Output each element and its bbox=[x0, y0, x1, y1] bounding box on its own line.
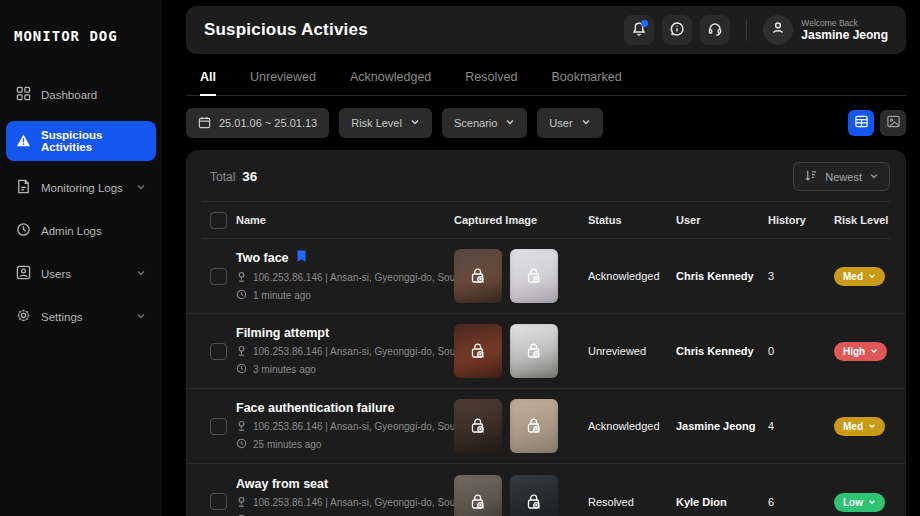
sidebar-item-users[interactable]: Users bbox=[6, 257, 156, 290]
support-button[interactable] bbox=[700, 15, 730, 45]
tab-unreviewed[interactable]: Unreviewed bbox=[250, 70, 316, 95]
user-cell: Chris Kennedy bbox=[676, 345, 768, 357]
person-icon bbox=[770, 20, 786, 40]
captured-thumb[interactable] bbox=[510, 475, 558, 516]
captured-thumb[interactable] bbox=[510, 324, 558, 378]
tab-all[interactable]: All bbox=[200, 70, 216, 95]
captured-images bbox=[454, 249, 588, 303]
table-row[interactable]: Face authentication failure 106.253.86.1… bbox=[186, 389, 906, 464]
row-checkbox[interactable] bbox=[210, 343, 227, 360]
name-cell: Two face 106.253.86.146 | Ansan-si, Gyeo… bbox=[236, 250, 454, 302]
risk-badge[interactable]: Low bbox=[834, 493, 885, 512]
sidebar-item-suspicious-activities[interactable]: Suspicious Activities bbox=[6, 121, 156, 161]
ip-location-icon bbox=[236, 345, 247, 358]
sidebar-item-admin-logs[interactable]: Admin Logs bbox=[6, 214, 156, 247]
tab-bookmarked[interactable]: Bookmarked bbox=[551, 70, 621, 95]
risk-badge[interactable]: High bbox=[834, 342, 887, 361]
sidebar-item-label: Monitoring Logs bbox=[41, 182, 126, 194]
risk-level-label: Risk Level bbox=[351, 117, 402, 129]
chevron-down-icon bbox=[869, 171, 879, 183]
info-icon bbox=[669, 21, 685, 40]
lock-magnifier-icon bbox=[454, 249, 502, 303]
chevron-down-icon bbox=[868, 421, 876, 432]
time-ago-text: 1 minute ago bbox=[253, 290, 311, 301]
select-all-checkbox[interactable] bbox=[210, 212, 227, 229]
user-cell: Chris Kennedy bbox=[676, 270, 768, 282]
history-clock-icon bbox=[16, 222, 31, 239]
sidebar-item-label: Suspicious Activities bbox=[41, 129, 146, 153]
scenario-filter[interactable]: Scenario bbox=[442, 108, 527, 138]
status-cell: Acknowledged bbox=[588, 420, 676, 432]
ip-location-icon bbox=[236, 271, 247, 284]
sidebar-item-monitoring-logs[interactable]: Monitoring Logs bbox=[6, 171, 156, 204]
sidebar-nav: Dashboard Suspicious Activities Monitori bbox=[0, 78, 162, 333]
risk-badge[interactable]: Med bbox=[834, 267, 885, 286]
table-row[interactable]: Two face 106.253.86.146 | Ansan-si, Gyeo… bbox=[186, 239, 906, 314]
warning-icon bbox=[16, 133, 31, 150]
activity-name: Two face bbox=[236, 251, 289, 265]
tab-resolved[interactable]: Resolved bbox=[465, 70, 517, 95]
user-filter-label: User bbox=[549, 117, 572, 129]
tab-acknowledged[interactable]: Acknowledged bbox=[350, 70, 431, 95]
app-root: MONITOR DOG Dashboard Suspici bbox=[0, 0, 920, 516]
date-range-filter[interactable]: 25.01.06 ~ 25.01.13 bbox=[186, 108, 329, 138]
table-view-icon bbox=[854, 114, 869, 132]
table-card-header: Total 36 Newest bbox=[186, 150, 906, 201]
page-title: Suspicious Activies bbox=[204, 20, 368, 40]
sort-icon bbox=[804, 169, 818, 184]
scenario-label: Scenario bbox=[454, 117, 497, 129]
lock-magnifier-icon bbox=[510, 324, 558, 378]
main-content: Suspicious Activies bbox=[162, 0, 920, 516]
row-checkbox[interactable] bbox=[210, 268, 227, 285]
total-value: 36 bbox=[242, 169, 257, 184]
captured-images bbox=[454, 475, 588, 516]
lock-magnifier-icon bbox=[510, 249, 558, 303]
activities-table-card: Total 36 Newest Name Captured bbox=[186, 150, 906, 516]
column-header-risk: Risk Level bbox=[834, 214, 890, 226]
risk-level-text: Low bbox=[843, 497, 863, 508]
captured-thumb[interactable] bbox=[454, 475, 502, 516]
top-header: Suspicious Activies bbox=[186, 6, 906, 54]
column-header-history: History bbox=[768, 214, 834, 226]
chevron-down-icon bbox=[581, 117, 591, 129]
sidebar-item-label: Dashboard bbox=[41, 89, 146, 101]
user-cell: Jasmine Jeong bbox=[676, 420, 768, 432]
captured-thumb[interactable] bbox=[454, 249, 502, 303]
status-tabs: All Unreviewed Acknowledged Resolved Boo… bbox=[186, 70, 906, 96]
captured-thumb[interactable] bbox=[454, 399, 502, 453]
table-row[interactable]: Away from seat 106.253.86.146 | Ansan-si… bbox=[186, 464, 906, 516]
row-checkbox[interactable] bbox=[210, 493, 227, 510]
sort-dropdown[interactable]: Newest bbox=[793, 162, 890, 191]
captured-thumb[interactable] bbox=[510, 399, 558, 453]
notifications-button[interactable] bbox=[624, 15, 654, 45]
risk-badge[interactable]: Med bbox=[834, 417, 885, 436]
table-row[interactable]: Filming attempt 106.253.86.146 | Ansan-s… bbox=[186, 314, 906, 389]
user-filter[interactable]: User bbox=[537, 108, 602, 138]
welcome-block: Welcome Back Jasmine Jeong bbox=[801, 19, 892, 42]
captured-thumb[interactable] bbox=[454, 324, 502, 378]
risk-level-filter[interactable]: Risk Level bbox=[339, 108, 432, 138]
captured-thumb[interactable] bbox=[510, 249, 558, 303]
chevron-down-icon bbox=[868, 271, 876, 282]
sidebar-item-dashboard[interactable]: Dashboard bbox=[6, 78, 156, 111]
column-header-captured: Captured Image bbox=[454, 214, 588, 226]
sidebar-item-settings[interactable]: Settings bbox=[6, 300, 156, 333]
sidebar-item-label: Settings bbox=[41, 311, 126, 323]
table-view-button[interactable] bbox=[848, 110, 874, 136]
lock-magnifier-icon bbox=[510, 399, 558, 453]
image-view-button[interactable] bbox=[880, 110, 906, 136]
risk-level-text: High bbox=[843, 346, 865, 357]
row-checkbox[interactable] bbox=[210, 418, 227, 435]
info-button[interactable] bbox=[662, 15, 692, 45]
welcome-label: Welcome Back bbox=[801, 19, 888, 28]
avatar[interactable] bbox=[763, 15, 793, 45]
sidebar-item-label: Admin Logs bbox=[41, 225, 146, 237]
history-cell: 4 bbox=[768, 420, 834, 432]
risk-level-text: Med bbox=[843, 421, 863, 432]
status-cell: Unreviewed bbox=[588, 345, 676, 357]
column-header-status: Status bbox=[588, 214, 676, 226]
name-cell: Filming attempt 106.253.86.146 | Ansan-s… bbox=[236, 326, 454, 376]
headset-icon bbox=[707, 21, 723, 40]
ip-location-text: 106.253.86.146 | Ansan-si, Gyeonggi-do, … bbox=[253, 421, 466, 432]
date-range-value: 25.01.06 ~ 25.01.13 bbox=[219, 117, 317, 129]
